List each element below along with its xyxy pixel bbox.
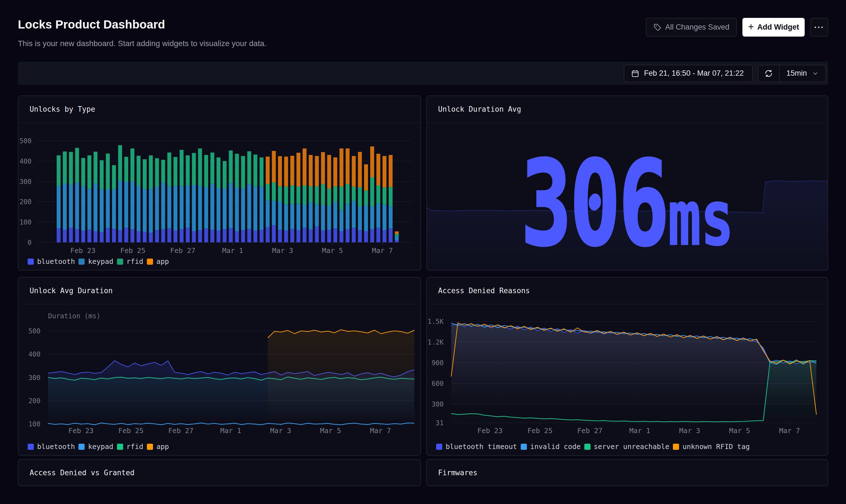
widget-title-unlock-duration-avg: Unlock Duration Avg bbox=[438, 105, 521, 113]
plus-icon: + bbox=[748, 21, 754, 33]
legend-label: server unreachable bbox=[594, 443, 669, 451]
legend-swatch bbox=[521, 444, 527, 450]
legend-swatch bbox=[78, 444, 85, 450]
svg-text:Mar 3: Mar 3 bbox=[272, 247, 293, 255]
time-toolbar: Feb 21, 16:50 - Mar 07, 21:22 15min bbox=[18, 62, 828, 85]
svg-text:Mar 1: Mar 1 bbox=[222, 247, 243, 255]
legend-item-keypad[interactable]: keypad bbox=[78, 257, 113, 266]
svg-text:31: 31 bbox=[435, 419, 444, 427]
date-range-button[interactable]: Feb 21, 16:50 - Mar 07, 21:22 bbox=[624, 65, 753, 82]
interval-select[interactable]: 15min bbox=[779, 65, 825, 82]
chevron-down-icon bbox=[812, 70, 818, 77]
svg-text:Feb 23: Feb 23 bbox=[478, 427, 503, 435]
legend-item-bluetooth[interactable]: bluetooth bbox=[28, 443, 75, 451]
legend-label: bluetooth timeout bbox=[446, 443, 517, 451]
svg-text:200: 200 bbox=[20, 198, 32, 206]
svg-text:600: 600 bbox=[432, 380, 444, 388]
svg-text:0: 0 bbox=[28, 239, 32, 247]
widget-access-denied-vs-granted: Access Denied vs Granted bbox=[18, 459, 421, 486]
svg-text:300: 300 bbox=[432, 400, 444, 408]
svg-text:Mar 1: Mar 1 bbox=[629, 427, 650, 435]
legend-item-bluetooth[interactable]: bluetooth bbox=[28, 257, 75, 266]
legend-item-rfid[interactable]: rfid bbox=[117, 257, 143, 266]
svg-text:400: 400 bbox=[29, 350, 40, 358]
refresh-icon bbox=[764, 69, 773, 78]
svg-text:900: 900 bbox=[432, 359, 444, 367]
unlock-avg-duration-chart: 100200300400500Feb 23Feb 25Feb 27Mar 1Ma… bbox=[18, 305, 420, 439]
legend-item-app[interactable]: app bbox=[147, 257, 169, 266]
svg-text:1.2K: 1.2K bbox=[428, 338, 444, 346]
legend-item-server-unreachable[interactable]: server unreachable bbox=[584, 443, 669, 451]
svg-text:Mar 3: Mar 3 bbox=[270, 427, 291, 435]
widget-title-unlocks-by-type: Unlocks by Type bbox=[30, 105, 95, 113]
legend-item-rfid[interactable]: rfid bbox=[117, 443, 143, 451]
svg-text:Feb 25: Feb 25 bbox=[119, 427, 144, 435]
legend-swatch bbox=[117, 444, 123, 450]
page-header: Locks Product Dashboard This is your new… bbox=[0, 0, 846, 48]
widget-grid: Unlocks by Type 0100200300400500Feb 23Fe… bbox=[18, 95, 828, 489]
legend-item-keypad[interactable]: keypad bbox=[78, 443, 113, 451]
legend-swatch bbox=[28, 258, 34, 265]
more-options-button[interactable]: ··· bbox=[810, 18, 828, 37]
legend-item-unknown-RFID-tag[interactable]: unknown RFID tag bbox=[673, 443, 750, 451]
legend-swatch bbox=[28, 444, 34, 450]
legend-label: keypad bbox=[88, 443, 113, 451]
svg-text:200: 200 bbox=[29, 397, 40, 405]
all-changes-saved-button[interactable]: All Changes Saved bbox=[646, 18, 737, 37]
legend-item-invalid-code[interactable]: invalid code bbox=[521, 443, 581, 451]
widget-firmwares: Firmwares bbox=[426, 459, 828, 486]
svg-text:500: 500 bbox=[29, 327, 40, 335]
access-denied-reasons-chart: 313006009001.2K1.5KFeb 23Feb 25Feb 27Mar… bbox=[427, 305, 828, 439]
svg-text:Mar 3: Mar 3 bbox=[679, 427, 700, 435]
legend-swatch bbox=[673, 444, 679, 450]
unlock-duration-avg-chart bbox=[427, 123, 828, 271]
widget-unlock-duration-avg: Unlock Duration Avg 306 ms bbox=[426, 95, 828, 271]
svg-text:300: 300 bbox=[20, 178, 32, 186]
widget-title-firmwares: Firmwares bbox=[438, 469, 478, 477]
legend-label: invalid code bbox=[530, 443, 581, 451]
widget-access-denied-reasons: Access Denied Reasons 313006009001.2K1.5… bbox=[426, 277, 828, 456]
svg-text:Mar 1: Mar 1 bbox=[220, 427, 241, 435]
svg-text:Mar 7: Mar 7 bbox=[372, 247, 393, 255]
svg-text:Feb 25: Feb 25 bbox=[120, 247, 145, 255]
refresh-button[interactable] bbox=[758, 65, 779, 82]
legend-label: keypad bbox=[88, 257, 113, 266]
legend-swatch bbox=[584, 444, 591, 450]
calendar-icon bbox=[631, 69, 640, 78]
svg-text:1.5K: 1.5K bbox=[428, 318, 444, 326]
legend-item-app[interactable]: app bbox=[147, 443, 169, 451]
access-denied-reasons-legend: bluetooth timeoutinvalid codeserver unre… bbox=[436, 443, 750, 451]
legend-label: bluetooth bbox=[37, 443, 75, 451]
widget-title-access-denied-vs-granted: Access Denied vs Granted bbox=[30, 469, 134, 477]
legend-swatch bbox=[117, 258, 123, 265]
page-subtitle: This is your new dashboard. Start adding… bbox=[18, 39, 828, 48]
svg-text:Mar 7: Mar 7 bbox=[779, 427, 800, 435]
svg-text:Feb 27: Feb 27 bbox=[170, 247, 195, 255]
svg-text:Duration (ms): Duration (ms) bbox=[48, 312, 101, 320]
refresh-interval-group: 15min bbox=[758, 65, 826, 82]
svg-text:Feb 23: Feb 23 bbox=[70, 247, 95, 255]
svg-text:400: 400 bbox=[20, 158, 32, 165]
svg-text:500: 500 bbox=[20, 137, 32, 145]
unlock-avg-duration-legend: bluetoothkeypadrfidapp bbox=[28, 443, 169, 451]
legend-label: rfid bbox=[126, 257, 143, 266]
widget-title-unlock-avg-duration: Unlock Avg Duration bbox=[30, 287, 112, 295]
legend-swatch bbox=[147, 444, 153, 450]
legend-label: app bbox=[156, 257, 169, 266]
svg-text:100: 100 bbox=[20, 218, 32, 226]
legend-label: rfid bbox=[126, 443, 143, 451]
widget-unlock-avg-duration: Unlock Avg Duration 100200300400500Feb 2… bbox=[18, 277, 421, 456]
legend-label: unknown RFID tag bbox=[682, 443, 750, 451]
svg-text:Mar 5: Mar 5 bbox=[729, 427, 750, 435]
legend-label: app bbox=[156, 443, 169, 451]
svg-text:100: 100 bbox=[29, 420, 40, 428]
svg-text:Mar 5: Mar 5 bbox=[322, 247, 343, 255]
legend-swatch bbox=[147, 258, 153, 265]
add-widget-button[interactable]: + Add Widget bbox=[742, 18, 805, 37]
widget-title-access-denied-reasons: Access Denied Reasons bbox=[438, 287, 530, 295]
legend-swatch bbox=[436, 444, 442, 450]
legend-item-bluetooth-timeout[interactable]: bluetooth timeout bbox=[436, 443, 517, 451]
ellipsis-icon: ··· bbox=[814, 23, 824, 32]
svg-text:Feb 27: Feb 27 bbox=[577, 427, 602, 435]
svg-text:Feb 25: Feb 25 bbox=[527, 427, 553, 435]
